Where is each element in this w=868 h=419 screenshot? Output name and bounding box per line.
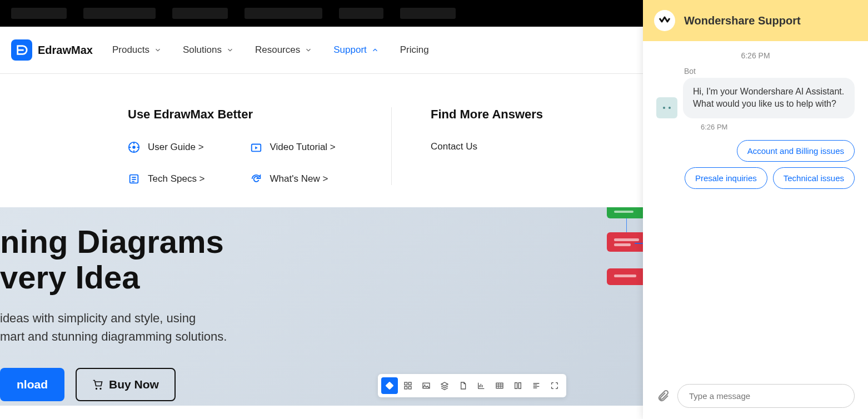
- toolbar-layers[interactable]: [436, 377, 453, 394]
- blurred-tab: [245, 8, 322, 19]
- hero-buy-label: Buy Now: [109, 378, 159, 391]
- link-tech-specs-label: Tech Specs >: [148, 173, 205, 184]
- link-whats-new-label: What's New >: [270, 173, 328, 184]
- quick-reply-technical[interactable]: Technical issues: [773, 167, 855, 189]
- chat-body: 6:26 PM Bot Hi, I'm your Wondershare AI …: [643, 41, 868, 375]
- link-user-guide-label: User Guide >: [148, 142, 204, 153]
- blurred-tab: [11, 8, 67, 19]
- link-user-guide[interactable]: User Guide >: [128, 141, 242, 153]
- video-icon: [250, 141, 262, 153]
- chevron-down-icon: [226, 46, 234, 54]
- chat-header: Wondershare Support: [643, 0, 868, 41]
- nav-support[interactable]: Support: [333, 44, 379, 56]
- nav-resources-label: Resources: [255, 44, 300, 56]
- main-nav: Products Solutions Resources Support Pri…: [112, 44, 429, 56]
- svg-rect-15: [518, 383, 521, 389]
- chat-quick-replies: Account and Billing issues Presale inqui…: [656, 140, 855, 189]
- nav-pricing[interactable]: Pricing: [400, 44, 429, 56]
- specs-icon: [128, 173, 140, 185]
- chat-sender-label: Bot: [684, 67, 855, 76]
- chat-input-area: [643, 375, 868, 419]
- blurred-tab: [83, 8, 156, 19]
- edrawmax-logo-icon: [11, 39, 32, 61]
- svg-point-17: [669, 107, 671, 109]
- blurred-tab: [339, 8, 383, 19]
- chat-message-row: Hi, I'm your Wondershare AI Assistant. W…: [656, 78, 855, 118]
- hero-sub-line2: mart and stunning diagramming solutions.: [0, 330, 227, 343]
- toolbar-columns[interactable]: [510, 377, 526, 394]
- nav-pricing-label: Pricing: [400, 44, 429, 56]
- nav-solutions[interactable]: Solutions: [183, 44, 234, 56]
- toolbar-chart[interactable]: [473, 377, 490, 394]
- chat-message-input[interactable]: [677, 384, 855, 408]
- hero-title-line2: very Idea: [0, 259, 140, 295]
- hero-buttons: nload Buy Now: [0, 368, 434, 401]
- quick-reply-presale[interactable]: Presale inquiries: [685, 167, 767, 189]
- hero-sub-line1: ideas with simplicity and style, using: [0, 311, 196, 325]
- support-chat-widget: Wondershare Support 6:26 PM Bot Hi, I'm …: [643, 0, 868, 419]
- hero-content: ning Diagrams very Idea ideas with simpl…: [0, 207, 434, 406]
- svg-rect-6: [385, 381, 393, 390]
- dropdown-col-use-better: Use EdrawMax Better User Guide > Video T…: [128, 107, 392, 185]
- svg-rect-14: [515, 383, 517, 389]
- nav-products[interactable]: Products: [112, 44, 162, 56]
- link-video-tutorial[interactable]: Video Tutorial >: [250, 141, 364, 153]
- target-icon: [128, 141, 140, 153]
- link-contact-us-label: Contact Us: [431, 141, 477, 152]
- link-contact-us[interactable]: Contact Us: [431, 141, 543, 152]
- toolbar-expand[interactable]: [546, 377, 563, 394]
- refresh-icon: [250, 173, 262, 185]
- cart-icon: [92, 379, 103, 390]
- chat-message-timestamp: 6:26 PM: [701, 123, 855, 131]
- link-video-tutorial-label: Video Tutorial >: [270, 142, 336, 153]
- toolbar-document[interactable]: [455, 377, 471, 394]
- diagram-toolbar: [378, 374, 566, 397]
- hero-title-line1: ning Diagrams: [0, 223, 224, 260]
- nav-products-label: Products: [112, 44, 149, 56]
- hero-download-button[interactable]: nload: [0, 368, 64, 401]
- hero-title: ning Diagrams very Idea: [0, 224, 434, 295]
- toolbar-image[interactable]: [418, 377, 435, 394]
- chat-timestamp: 6:26 PM: [656, 51, 855, 60]
- link-tech-specs[interactable]: Tech Specs >: [128, 173, 242, 185]
- paperclip-icon[interactable]: [656, 390, 670, 403]
- diagram-node: [607, 207, 646, 218]
- wondershare-logo-icon: [654, 10, 675, 31]
- blurred-tab: [400, 8, 456, 19]
- toolbar-table[interactable]: [491, 377, 508, 394]
- svg-rect-10: [408, 386, 411, 389]
- link-whats-new[interactable]: What's New >: [250, 173, 364, 185]
- dropdown-col-find-answers: Find More Answers Contact Us: [392, 107, 543, 185]
- logo-section[interactable]: EdrawMax: [11, 39, 93, 61]
- toolbar-grid[interactable]: [400, 377, 416, 394]
- chevron-down-icon: [305, 46, 312, 54]
- hero-subtitle: ideas with simplicity and style, using m…: [0, 309, 434, 346]
- brand-name: EdrawMax: [38, 44, 93, 57]
- dropdown-title-find-answers: Find More Answers: [431, 107, 543, 122]
- hero-buy-button[interactable]: Buy Now: [76, 368, 176, 401]
- svg-rect-8: [408, 382, 411, 385]
- svg-point-1: [132, 146, 136, 149]
- svg-rect-9: [405, 386, 407, 389]
- nav-solutions-label: Solutions: [183, 44, 222, 56]
- bot-avatar-icon: [656, 97, 677, 118]
- nav-resources[interactable]: Resources: [255, 44, 312, 56]
- chat-message-bubble: Hi, I'm your Wondershare AI Assistant. W…: [683, 78, 855, 118]
- chevron-up-icon: [371, 46, 379, 54]
- blurred-tab: [172, 8, 228, 19]
- toolbar-align[interactable]: [528, 377, 545, 394]
- quick-reply-billing[interactable]: Account and Billing issues: [737, 140, 855, 162]
- nav-support-label: Support: [333, 44, 367, 56]
- chat-title: Wondershare Support: [684, 14, 801, 27]
- toolbar-shape[interactable]: [381, 377, 398, 394]
- svg-rect-7: [405, 382, 407, 385]
- dropdown-title-use-better: Use EdrawMax Better: [128, 107, 363, 122]
- svg-point-16: [663, 107, 665, 109]
- chevron-down-icon: [154, 46, 162, 54]
- svg-rect-13: [496, 383, 503, 388]
